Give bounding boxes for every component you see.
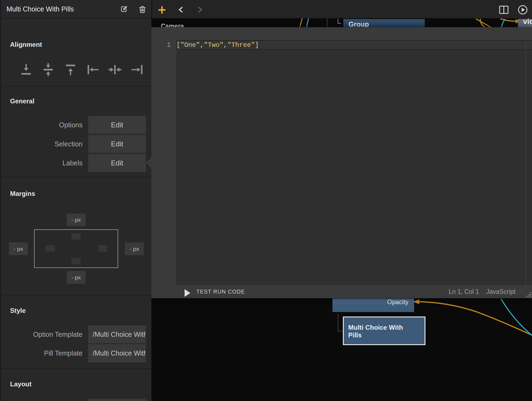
svg-text:Pills: Pills <box>348 331 362 339</box>
svg-text:Camera: Camera <box>161 23 184 27</box>
svg-text:vid: vid <box>523 18 532 26</box>
svg-text:Multi Choice With: Multi Choice With <box>348 324 403 331</box>
svg-text:Group: Group <box>348 20 369 27</box>
svg-text:Opacity: Opacity <box>387 298 408 306</box>
